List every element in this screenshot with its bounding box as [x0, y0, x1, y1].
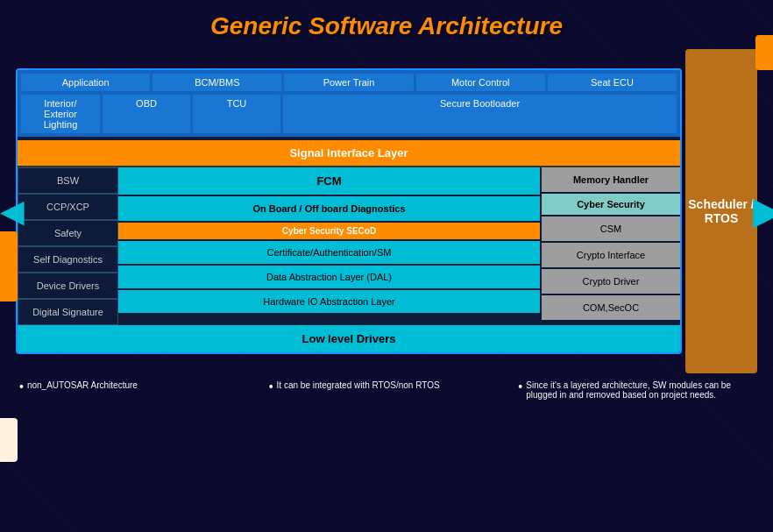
top-application-row: Application BCM/BMS Power Train Motor Co…	[18, 70, 680, 95]
architecture-diagram: Application BCM/BMS Power Train Motor Co…	[16, 68, 682, 354]
crypto-driver-cell: Crypto Driver	[542, 267, 680, 294]
cyber-security-badge: Cyber Security SECoD	[118, 221, 540, 239]
seat-ecu-cell: Seat ECU	[548, 74, 677, 91]
fcm-label: FCM	[118, 167, 540, 195]
device-drivers-cell: Device Drivers	[18, 273, 118, 299]
main-container: Generic Software Architecture ◀ Applicat…	[0, 0, 773, 532]
bullet-dot-3: •	[518, 380, 522, 393]
bullet-text-3: Since it's a layered architecture, SW mo…	[526, 380, 754, 400]
crypto-interface-cell: Crypto Interface	[542, 241, 680, 267]
digital-signature-cell: Digital Signature	[18, 299, 118, 325]
deco-top-right-tab	[755, 35, 773, 70]
dal-cell: Data Abstraction Layer (DAL)	[118, 264, 540, 288]
middle-section: BSW CCP/XCP Safety Self Diagnostics Devi…	[18, 166, 680, 325]
bullet-dot-1: •	[19, 380, 24, 393]
bullet-dot-2: •	[269, 380, 273, 393]
fcm-column: FCM On Board / Off board Diagnostics Cyb…	[118, 167, 540, 325]
interior-lighting-cell: Interior/ Exterior Lighting	[21, 95, 100, 133]
deco-bottom-left-tab	[0, 418, 18, 462]
bullet-list: • non_AUTOSAR Architecture • It can be i…	[16, 373, 757, 400]
signal-interface-layer: Signal Interface Layer	[18, 140, 680, 166]
cert-auth-cell: Certificate/Authentication/SM	[118, 239, 540, 264]
csm-cell: CSM	[542, 215, 680, 241]
bullet-item-1: • non_AUTOSAR Architecture	[19, 380, 255, 400]
cyber-security-cell: Cyber Security	[542, 192, 680, 215]
security-column: Memory Handler Cyber Security CSM Crypto…	[540, 167, 680, 325]
obd-cell-top: OBD	[103, 95, 190, 133]
bullet-item-2: • It can be integrated with RTOS/non RTO…	[269, 380, 505, 400]
app-cell: Application	[21, 74, 150, 91]
bullet-text-2: It can be integrated with RTOS/non RTOS	[277, 380, 440, 390]
bullet-item-3: • Since it's a layered architecture, SW …	[518, 380, 754, 400]
bcm-cell: BCM/BMS	[152, 74, 281, 91]
page-title: Generic Software Architecture	[16, 12, 757, 40]
bsw-column: BSW CCP/XCP Safety Self Diagnostics Devi…	[18, 167, 118, 325]
bullet-text-1: non_AUTOSAR Architecture	[27, 380, 138, 390]
deco-left-tab	[0, 231, 18, 301]
safety-cell: Safety	[18, 220, 118, 246]
secure-bootloader-cell: Secure Bootloader	[283, 95, 677, 133]
hw-abstraction-cell: Hardware IO Abstraction Layer	[118, 288, 540, 313]
powertrain-cell: Power Train	[284, 74, 413, 91]
tcu-cell: TCU	[193, 95, 280, 133]
second-row: Interior/ Exterior Lighting OBD TCU Secu…	[18, 95, 680, 137]
low-level-drivers: Low level Drivers	[18, 325, 680, 352]
left-arrow-icon: ◀	[0, 193, 25, 230]
right-arrow-icon: ▶	[753, 191, 773, 231]
scheduler-rtos-box: Scheduler / RTOS ▶	[685, 49, 757, 373]
motor-control-cell: Motor Control	[416, 74, 545, 91]
ccp-xcp-cell: CCP/XCP	[18, 194, 118, 220]
com-secroc-cell: COM,SecOC	[542, 294, 680, 320]
self-diagnostics-cell: Self Diagnostics	[18, 246, 118, 273]
memory-handler-cell: Memory Handler	[542, 167, 680, 192]
bsw-cell: BSW	[18, 167, 118, 194]
obd-label: On Board / Off board Diagnostics	[118, 195, 540, 221]
